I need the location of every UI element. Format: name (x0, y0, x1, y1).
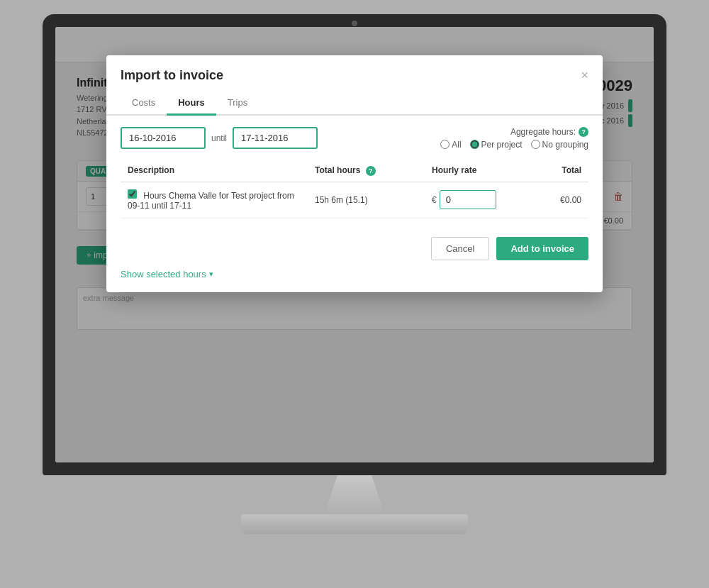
col-description-header: Description (121, 160, 308, 182)
hours-table-header-row: Description Total hours ? Hourly rate To… (121, 160, 588, 182)
aggregate-options: All Per project No groupin (440, 140, 588, 150)
date-filter-row: until Aggregate hours: ? (121, 127, 588, 150)
row-checkbox[interactable] (128, 189, 137, 199)
date-filter-left: until (121, 127, 318, 149)
radio-per-project-input[interactable] (470, 140, 479, 149)
cancel-button[interactable]: Cancel (431, 237, 489, 260)
date-from-input[interactable] (121, 127, 206, 149)
total-hours-help-icon[interactable]: ? (366, 166, 376, 176)
radio-all[interactable]: All (440, 140, 461, 150)
col-total-header: Total (527, 160, 588, 182)
tab-hours[interactable]: Hours (167, 91, 216, 116)
monitor-base (241, 514, 468, 534)
date-to-input[interactable] (233, 127, 318, 149)
tab-trips[interactable]: Trips (216, 91, 259, 116)
hours-table: Description Total hours ? Hourly rate To… (121, 160, 588, 218)
app-background: Infinity Weterings 1712 RV A Netherlan N… (55, 27, 654, 462)
show-selected-hours-link[interactable]: Show selected hours ▾ (121, 269, 588, 279)
radio-all-input[interactable] (440, 140, 450, 149)
radio-no-grouping-input[interactable] (531, 140, 540, 149)
row-description-cell: Hours Chema Valle for Test project from … (121, 182, 308, 218)
modal-body: until Aggregate hours: ? (106, 116, 603, 230)
modal-close-button[interactable]: × (581, 69, 588, 82)
date-until-label: until (211, 133, 227, 143)
hourly-rate-wrapper: € (432, 190, 520, 209)
col-total-hours-header: Total hours ? (308, 160, 425, 182)
euro-symbol: € (432, 195, 437, 205)
monitor-screen: Infinity Weterings 1712 RV A Netherlan N… (55, 27, 654, 462)
rate-input[interactable] (440, 190, 496, 209)
hours-table-body: Hours Chema Valle for Test project from … (121, 182, 588, 218)
radio-per-project[interactable]: Per project (470, 140, 523, 150)
modal-overlay: Import to invoice × Costs Hours Trips (55, 27, 654, 462)
webcam-dot (352, 21, 357, 26)
row-total-hours-cell: 15h 6m (15.1) (308, 182, 425, 218)
modal-header: Import to invoice × (106, 55, 603, 83)
aggregate-section: Aggregate hours: ? All (440, 127, 588, 150)
monitor-neck (312, 475, 397, 514)
aggregate-label: Aggregate hours: ? (510, 127, 588, 137)
tab-costs[interactable]: Costs (121, 91, 167, 116)
col-hourly-rate-header: Hourly rate (425, 160, 527, 182)
add-to-invoice-button[interactable]: Add to invoice (496, 237, 588, 260)
show-selected-hours-label: Show selected hours (121, 269, 206, 279)
table-row: Hours Chema Valle for Test project from … (121, 182, 588, 218)
import-invoice-modal: Import to invoice × Costs Hours Trips (106, 55, 603, 292)
monitor-screen-wrapper: Infinity Weterings 1712 RV A Netherlan N… (43, 14, 666, 475)
modal-actions: Cancel Add to invoice (121, 237, 588, 260)
chevron-down-icon: ▾ (209, 270, 213, 279)
monitor: Infinity Weterings 1712 RV A Netherlan N… (28, 14, 681, 575)
row-hourly-rate-cell: € (425, 182, 527, 218)
row-description-text: Hours Chema Valle for Test project from … (128, 191, 294, 211)
row-total-cell: €0.00 (527, 182, 588, 218)
hours-table-head: Description Total hours ? Hourly rate To… (121, 160, 588, 182)
modal-footer: Cancel Add to invoice Show selected hour… (106, 230, 603, 292)
radio-no-grouping[interactable]: No grouping (531, 140, 588, 150)
modal-tabs: Costs Hours Trips (106, 91, 603, 116)
modal-title: Import to invoice (121, 68, 223, 83)
aggregate-help-icon[interactable]: ? (579, 127, 588, 137)
